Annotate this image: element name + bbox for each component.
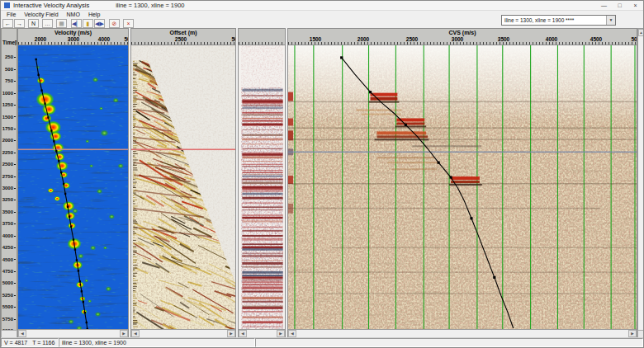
stack-panel: ◀▶: [238, 28, 286, 338]
app-icon: [4, 2, 10, 8]
time-tick-1250: 1250: [2, 102, 16, 107]
offset-panel-title: Offset (m): [131, 30, 235, 35]
time-tick-4250: 4250: [2, 245, 16, 250]
cvs-canvas[interactable]: [288, 45, 637, 329]
cvs-tick-3500: 3500: [498, 36, 509, 42]
semblance-canvas[interactable]: [18, 45, 128, 329]
time-tick-2750: 2750: [2, 174, 16, 179]
stack-tick-marks: [239, 42, 285, 45]
menu-file[interactable]: File: [2, 11, 20, 18]
time-tick-4500: 4500: [2, 257, 16, 262]
cvs-tick-marks: [288, 42, 637, 45]
scroll-left-icon[interactable]: ◀: [18, 330, 26, 337]
horizontal-scrollbar[interactable]: ◀▶: [131, 329, 235, 337]
velocity-readout: V = 4817: [4, 340, 27, 346]
scroll-left-icon[interactable]: ◀: [131, 330, 140, 337]
location-select[interactable]: iline = 1300, xline = 1900 **** ▼: [501, 15, 616, 26]
scroll-left-icon[interactable]: ◀: [239, 330, 247, 337]
scroll-left-icon[interactable]: ◀: [288, 330, 296, 337]
menu-velocity-field[interactable]: Velocity Field: [20, 11, 62, 18]
menu-nmo[interactable]: NMO: [63, 11, 84, 18]
velocity-tick-3000: 3000: [68, 36, 79, 42]
time-marker-line: [131, 148, 235, 150]
save-velocity-button[interactable]: ▦: [56, 19, 67, 28]
time-tick-5500: 5500: [2, 304, 16, 309]
scroll-right-icon[interactable]: ▶: [120, 330, 128, 337]
time-tick-750: 750: [5, 78, 16, 83]
time-axis: Time[ms] 2505007501000125015001750200022…: [1, 28, 17, 338]
cvs-tick-4500: 4500: [590, 36, 602, 42]
scroll-right-icon[interactable]: ▶: [277, 330, 285, 337]
cvs-tick-2000: 2000: [358, 36, 369, 42]
time-readout: T = 1166: [32, 340, 54, 346]
time-tick-1500: 1500: [2, 115, 16, 120]
cvs-panel-header: CVS (m/s) 150020002500300035004000450050: [288, 29, 637, 45]
velocity-tick-marks: [18, 42, 128, 45]
time-tick-1750: 1750: [2, 126, 16, 131]
horizontal-scrollbar[interactable]: ◀▶: [239, 329, 285, 337]
cvs-tick-2500: 2500: [406, 36, 418, 42]
time-tick-5750: 5750: [2, 317, 16, 322]
scroll-right-icon[interactable]: ▶: [227, 330, 235, 337]
stack-canvas[interactable]: [239, 45, 285, 329]
minimize-button[interactable]: —: [596, 1, 612, 10]
go-back-button[interactable]: ←: [2, 19, 13, 28]
horizontal-scrollbar[interactable]: ◀▶: [288, 329, 637, 337]
pick-mode-both-button[interactable]: ◀▶: [94, 19, 105, 28]
time-tick-4750: 4750: [2, 269, 16, 274]
cvs-panel-title: CVS (m/s): [288, 30, 637, 35]
nmo-mode-button[interactable]: N: [28, 19, 39, 28]
offset-tick-50: 50: [231, 36, 235, 42]
velocity-tick-4000: 4000: [98, 36, 110, 42]
time-tick-2250: 2250: [2, 150, 16, 155]
close-button[interactable]: ×: [627, 1, 643, 10]
time-axis-title: Time[ms]: [2, 40, 17, 45]
maximize-button[interactable]: □: [612, 1, 627, 10]
time-tick-3500: 3500: [2, 209, 16, 214]
time-tick-4000: 4000: [2, 233, 16, 238]
time-tick-5000: 5000: [2, 280, 16, 285]
scroll-up-icon[interactable]: ▲: [638, 29, 644, 36]
menu-help[interactable]: Help: [84, 11, 104, 18]
delete-pick-button[interactable]: ×: [123, 19, 134, 28]
window-location-label: iline = 1300, xline = 1900: [116, 2, 184, 9]
time-tick-250: 250: [5, 54, 16, 59]
velocity-tick-50: 50: [124, 36, 128, 42]
cvs-tick-1500: 1500: [310, 36, 321, 42]
velocity-panel: Velocity (m/s) 20003000400050: [17, 28, 129, 338]
color-bar-button[interactable]: ▮: [83, 19, 93, 28]
offset-tick-2500: 2500: [175, 36, 187, 42]
velocity-tick-2000: 2000: [35, 36, 46, 42]
status-bar: V = 4817 T = 1166 iline = 1300, xline = …: [1, 337, 643, 347]
scroll-right-icon[interactable]: ▶: [628, 330, 637, 337]
disable-picks-button[interactable]: ⊘: [109, 19, 120, 28]
time-marker-line: [288, 152, 637, 153]
location-select-value: iline = 1300, xline = 1900 ****: [504, 17, 574, 23]
time-tick-2000: 2000: [2, 138, 16, 143]
pick-mode-left-button[interactable]: ◀▏: [71, 19, 82, 28]
status-spacer: [255, 338, 643, 347]
vertical-scrollbar[interactable]: ▲ ▼: [637, 28, 644, 338]
time-tick-3750: 3750: [2, 221, 16, 226]
application-window: Interactive Velocity Analysis iline = 13…: [0, 0, 644, 348]
gather-canvas[interactable]: [131, 45, 235, 329]
time-tick-1000: 1000: [2, 91, 16, 96]
title-bar: Interactive Velocity Analysis iline = 13…: [1, 1, 643, 11]
cvs-tick-3000: 3000: [452, 36, 463, 42]
go-forward-button[interactable]: →: [14, 19, 25, 28]
more-options-button[interactable]: …: [42, 19, 53, 28]
velocity-panel-title: Velocity (m/s): [18, 30, 128, 35]
time-tick-5250: 5250: [2, 293, 16, 298]
time-tick-3000: 3000: [2, 186, 16, 190]
velocity-panel-header: Velocity (m/s) 20003000400050: [18, 29, 128, 45]
time-marker-line: [18, 148, 128, 150]
cvs-tick-4000: 4000: [546, 36, 557, 42]
offset-panel: Offset (m) 250050: [130, 28, 236, 338]
offset-panel-header: Offset (m) 250050: [131, 29, 235, 45]
horizontal-scrollbar[interactable]: ◀▶: [18, 329, 128, 337]
cvs-tick-50: 50: [631, 36, 637, 42]
chevron-down-icon[interactable]: ▼: [606, 16, 615, 25]
stack-panel-header: [239, 29, 285, 45]
status-location: iline = 1300, xline = 1900: [62, 340, 126, 346]
time-tick-2500: 2500: [2, 162, 16, 167]
